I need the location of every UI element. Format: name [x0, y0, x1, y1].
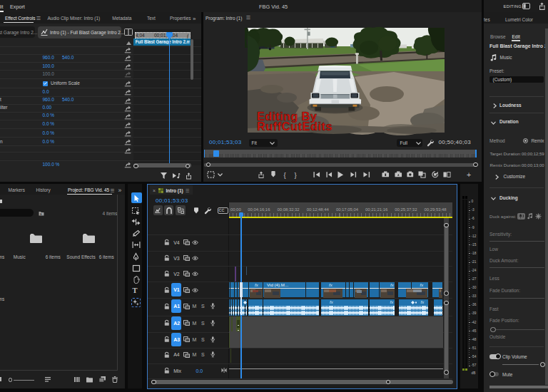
svg-text:RuffCutEdits: RuffCutEdits — [257, 120, 333, 133]
